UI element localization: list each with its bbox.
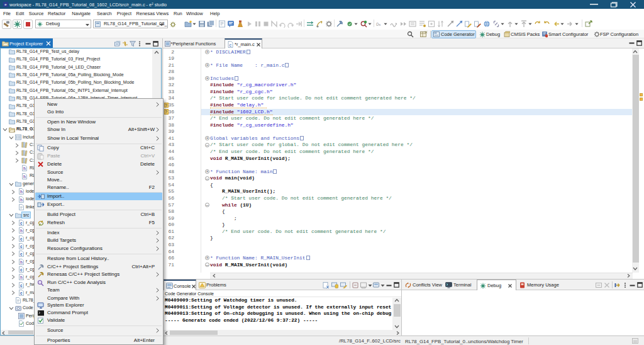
svg-text:c: c	[230, 43, 232, 47]
svg-text:h: h	[20, 198, 23, 202]
svg-text:h: h	[20, 260, 23, 264]
svg-text:c: c	[20, 252, 23, 256]
svg-text:h: h	[23, 174, 26, 179]
svg-text:c: c	[20, 291, 23, 295]
svg-text:h: h	[20, 189, 23, 194]
svg-text:c: c	[20, 237, 23, 241]
svg-text:c: c	[20, 268, 23, 272]
svg-text:c: c	[20, 283, 23, 288]
svg-text:c: c	[20, 221, 23, 225]
svg-text:h: h	[20, 229, 23, 233]
svg-text:h: h	[23, 166, 26, 171]
svg-text:h: h	[20, 275, 23, 280]
svg-text:c: c	[20, 244, 23, 249]
